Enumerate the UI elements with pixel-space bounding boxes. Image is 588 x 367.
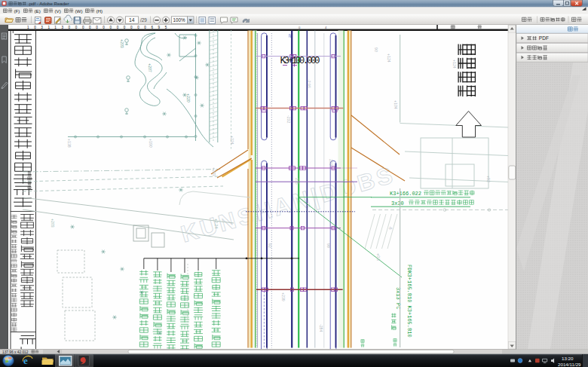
svg-text:98: 98 (326, 243, 331, 248)
svg-text:2014/11/29: 2014/11/29 (558, 362, 581, 367)
svg-text:K3+166.022: K3+166.022 (390, 191, 421, 197)
svg-text:-284: -284 (319, 324, 323, 332)
svg-text:K3+100.000: K3+100.000 (280, 56, 320, 66)
svg-text:+220: +220 (186, 93, 191, 102)
svg-text:92: 92 (268, 243, 272, 248)
svg-text:+203: +203 (212, 167, 216, 176)
svg-text:137.96 x 42.012: 137.96 x 42.012 (2, 350, 29, 354)
svg-text:-232: -232 (286, 115, 291, 123)
svg-text:+124: +124 (452, 60, 457, 69)
svg-text:(F): (F) (14, 8, 20, 14)
svg-text:+190: +190 (149, 139, 153, 148)
svg-text:3x30: 3x30 (391, 200, 404, 206)
svg-text:+224: +224 (230, 136, 234, 145)
svg-text:(E): (E) (35, 8, 41, 14)
svg-text:+2.24: +2.24 (214, 219, 219, 228)
svg-text:13:20: 13:20 (562, 356, 574, 361)
svg-text:+104: +104 (394, 100, 398, 109)
svg-text:(V): (V) (55, 8, 61, 14)
svg-text:-2.95: -2.95 (307, 79, 311, 88)
svg-text:PDF: PDF (539, 35, 549, 41)
svg-text:+124: +124 (387, 54, 391, 63)
svg-text:+203: +203 (51, 219, 55, 228)
svg-text:-6: -6 (388, 226, 393, 230)
svg-text:(W): (W) (75, 8, 83, 14)
svg-text:14: 14 (129, 17, 135, 23)
svg-text:90: 90 (374, 47, 378, 52)
svg-text:+0.5: +0.5 (376, 253, 381, 261)
svg-text:250: 250 (329, 159, 333, 166)
svg-text:.pdf - Adobe Reader: .pdf - Adobe Reader (28, 1, 69, 6)
svg-text:(H): (H) (96, 8, 103, 14)
svg-text:+207: +207 (148, 63, 152, 72)
svg-text:FDK3+165.810 K3+165.810: FDK3+165.810 K3+165.810 (406, 265, 412, 338)
svg-text:100%: 100% (173, 17, 186, 23)
svg-text:/29: /29 (140, 17, 147, 23)
svg-text:+92: +92 (486, 176, 491, 182)
svg-text:+239: +239 (281, 292, 286, 301)
svg-text:235: 235 (295, 178, 299, 185)
svg-text:103113000000000000695: 103113000000000000695 (27, 26, 172, 29)
svg-text:+138: +138 (67, 139, 72, 148)
svg-text:+203: +203 (120, 39, 124, 48)
